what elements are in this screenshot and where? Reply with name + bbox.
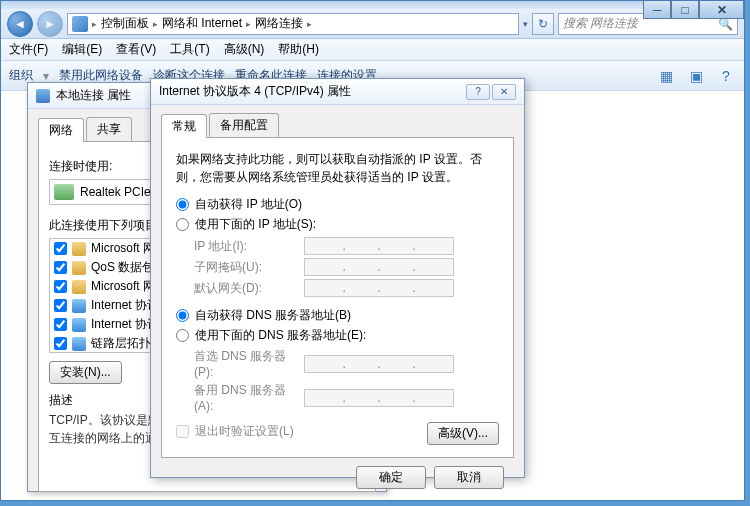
menu-help[interactable]: 帮助(H)	[278, 41, 319, 58]
dialog-title: Internet 协议版本 4 (TCP/IPv4) 属性	[159, 83, 460, 100]
help-button[interactable]: ?	[466, 84, 490, 100]
manual-dns-radio[interactable]	[176, 329, 189, 342]
chevron-right-icon: ▸	[246, 19, 251, 29]
minimize-button[interactable]: ─	[643, 1, 671, 19]
menu-bar: 文件(F) 编辑(E) 查看(V) 工具(T) 高级(N) 帮助(H)	[1, 39, 744, 61]
preview-pane-icon[interactable]: ▣	[686, 66, 706, 86]
breadcrumb-item[interactable]: 网络和 Internet	[162, 15, 242, 32]
tab-network[interactable]: 网络	[38, 118, 84, 142]
alternate-dns-input: ...	[304, 389, 454, 407]
protocol-icon	[72, 337, 86, 351]
item-checkbox[interactable]	[54, 318, 67, 331]
tab-panel: 如果网络支持此功能，则可以获取自动指派的 IP 设置。否则，您需要从网络系统管理…	[161, 138, 514, 458]
subnet-mask-input: ...	[304, 258, 454, 276]
subnet-mask-label: 子网掩码(U):	[194, 259, 304, 276]
address-bar: ◄ ► ▸ 控制面板 ▸ 网络和 Internet ▸ 网络连接 ▸ ▾ ↻ 搜…	[1, 9, 744, 39]
titlebar	[1, 1, 744, 9]
protocol-icon	[72, 318, 86, 332]
tab-strip: 常规 备用配置	[161, 113, 514, 138]
menu-tools[interactable]: 工具(T)	[170, 41, 209, 58]
breadcrumb-item[interactable]: 控制面板	[101, 15, 149, 32]
breadcrumb-item[interactable]: 网络连接	[255, 15, 303, 32]
ok-button[interactable]: 确定	[356, 466, 426, 489]
intro-text: 如果网络支持此功能，则可以获取自动指派的 IP 设置。否则，您需要从网络系统管理…	[176, 150, 499, 186]
install-button[interactable]: 安装(N)...	[49, 361, 122, 384]
breadcrumb[interactable]: ▸ 控制面板 ▸ 网络和 Internet ▸ 网络连接 ▸	[67, 13, 519, 35]
close-button[interactable]: ✕	[699, 1, 744, 19]
chevron-right-icon: ▸	[307, 19, 312, 29]
item-checkbox[interactable]	[54, 337, 67, 350]
item-checkbox[interactable]	[54, 242, 67, 255]
manual-ip-label: 使用下面的 IP 地址(S):	[195, 216, 316, 233]
item-checkbox[interactable]	[54, 261, 67, 274]
search-placeholder: 搜索 网络连接	[563, 15, 638, 32]
location-icon	[72, 16, 88, 32]
ip-address-label: IP 地址(I):	[194, 238, 304, 255]
service-icon	[72, 280, 86, 294]
gateway-label: 默认网关(D):	[194, 280, 304, 297]
preferred-dns-label: 首选 DNS 服务器(P):	[194, 348, 304, 379]
menu-advanced[interactable]: 高级(N)	[224, 41, 265, 58]
menu-edit[interactable]: 编辑(E)	[62, 41, 102, 58]
advanced-button[interactable]: 高级(V)...	[427, 422, 499, 445]
maximize-button[interactable]: □	[671, 1, 699, 19]
dialog-footer: 确定 取消	[161, 458, 514, 489]
close-button[interactable]: ✕	[492, 84, 516, 100]
ip-address-input: ...	[304, 237, 454, 255]
auto-dns-radio[interactable]	[176, 309, 189, 322]
validate-label: 退出时验证设置(L)	[195, 423, 294, 440]
chevron-right-icon: ▸	[153, 19, 158, 29]
auto-ip-label: 自动获得 IP 地址(O)	[195, 196, 302, 213]
tab-alternate[interactable]: 备用配置	[209, 113, 279, 137]
alternate-dns-label: 备用 DNS 服务器(A):	[194, 382, 304, 413]
item-checkbox[interactable]	[54, 280, 67, 293]
dialog-titlebar[interactable]: Internet 协议版本 4 (TCP/IPv4) 属性 ? ✕	[151, 79, 524, 105]
dropdown-icon[interactable]: ▾	[523, 19, 528, 29]
menu-file[interactable]: 文件(F)	[9, 41, 48, 58]
dialog-title: 本地连接 属性	[56, 87, 131, 104]
preferred-dns-input: ...	[304, 355, 454, 373]
validate-checkbox	[176, 425, 189, 438]
item-checkbox[interactable]	[54, 299, 67, 312]
tab-general[interactable]: 常规	[161, 114, 207, 138]
adapter-icon	[54, 184, 74, 200]
network-icon	[36, 89, 50, 103]
cancel-button[interactable]: 取消	[434, 466, 504, 489]
service-icon	[72, 242, 86, 256]
view-mode-icon[interactable]: ▦	[656, 66, 676, 86]
menu-view[interactable]: 查看(V)	[116, 41, 156, 58]
chevron-right-icon: ▸	[92, 19, 97, 29]
gateway-input: ...	[304, 279, 454, 297]
auto-ip-radio[interactable]	[176, 198, 189, 211]
adapter-name: Realtek PCIe	[80, 185, 151, 199]
tab-sharing[interactable]: 共享	[86, 117, 132, 141]
manual-dns-label: 使用下面的 DNS 服务器地址(E):	[195, 327, 366, 344]
auto-dns-label: 自动获得 DNS 服务器地址(B)	[195, 307, 351, 324]
manual-ip-radio[interactable]	[176, 218, 189, 231]
refresh-button[interactable]: ↻	[532, 13, 554, 35]
service-icon	[72, 261, 86, 275]
help-icon[interactable]: ?	[716, 66, 736, 86]
back-button[interactable]: ◄	[7, 11, 33, 37]
ipv4-properties-dialog: Internet 协议版本 4 (TCP/IPv4) 属性 ? ✕ 常规 备用配…	[150, 78, 525, 478]
protocol-icon	[72, 299, 86, 313]
window-controls: ─ □ ✕	[643, 1, 744, 19]
forward-button[interactable]: ►	[37, 11, 63, 37]
